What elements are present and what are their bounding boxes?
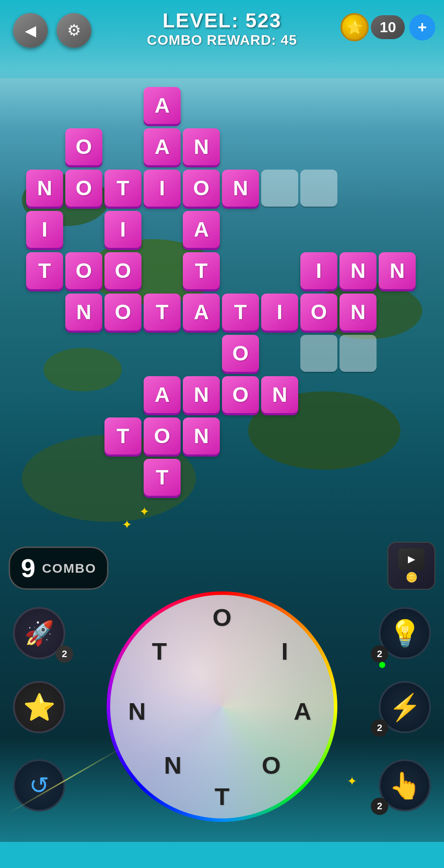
bulb-count-badge: 2 xyxy=(371,645,388,663)
wheel-letter-N-bottom-left[interactable]: N xyxy=(164,751,182,779)
tile-O-6-5: O xyxy=(222,335,259,372)
tile-I-3-0: I xyxy=(26,211,63,248)
coin-reward-icon: 🪙 xyxy=(406,572,417,583)
bottom-bar xyxy=(0,842,444,868)
tile-A-1-3: A xyxy=(144,128,181,165)
combo-number: 9 xyxy=(21,553,35,583)
tile-N-5-8: N xyxy=(340,294,377,331)
hand-count-badge: 2 xyxy=(371,798,388,815)
wheel-letter-O-bottom[interactable]: O xyxy=(262,751,281,779)
lightning-count-badge: 2 xyxy=(371,719,388,737)
tile-O-1-1: O xyxy=(65,128,102,165)
tile-N-4-8: N xyxy=(340,252,377,289)
tile-O-5-7: O xyxy=(300,294,337,331)
tile-N-7-6: N xyxy=(261,376,298,413)
game-container: LEVEL: 523 COMBO REWARD: 45 ⭐ 10 + A O A… xyxy=(0,0,444,868)
tile-N-5-1: N xyxy=(65,294,102,331)
level-info: LEVEL: 523 COMBO REWARD: 45 xyxy=(147,9,297,48)
tile-N-8-4: N xyxy=(183,417,220,454)
tile-O-4-2: O xyxy=(104,252,141,289)
bulb-icon: 💡 xyxy=(389,618,421,649)
tile-N-2-5: N xyxy=(222,170,259,207)
wheel-letter-T-left[interactable]: T xyxy=(152,637,167,665)
bulb-dot-indicator xyxy=(379,662,385,668)
tile-O-2-1: O xyxy=(65,170,102,207)
wheel-letter-T-bottom[interactable]: T xyxy=(215,782,229,810)
wheel-letter-A-right[interactable]: A xyxy=(294,697,311,725)
tile-N-1-4: N xyxy=(183,128,220,165)
tile-T-5-5: T xyxy=(222,294,259,331)
tile-N-2-0: N xyxy=(26,170,63,207)
tile-T-8-2: T xyxy=(104,417,141,454)
tile-T-4-4: T xyxy=(183,252,220,289)
tile-O-8-3: O xyxy=(144,417,181,454)
coins-display: ⭐ 10 + xyxy=(340,13,435,41)
star-icon: ⭐ xyxy=(23,692,56,723)
back-button[interactable] xyxy=(13,13,48,48)
tile-O-5-2: O xyxy=(104,294,141,331)
tile-T-2-2: T xyxy=(104,170,141,207)
tile-O-7-5: O xyxy=(222,376,259,413)
tile-empty-2-6 xyxy=(261,170,298,207)
combo-badge: 9 COMBO xyxy=(9,547,108,590)
sparkle-4: ✦ xyxy=(347,774,357,788)
letter-wheel[interactable]: O T I N A N O T xyxy=(110,595,334,818)
settings-button[interactable] xyxy=(57,13,91,48)
tile-A-0-3: A xyxy=(144,87,181,124)
rocket-count-badge: 2 xyxy=(56,645,73,663)
lightning-icon: ⚡ xyxy=(389,692,421,723)
tile-empty-2-7 xyxy=(300,170,337,207)
rocket-icon: 🚀 xyxy=(24,619,54,648)
tile-T-4-0: T xyxy=(26,252,63,289)
combo-reward-label: COMBO REWARD: 45 xyxy=(147,32,297,48)
tile-T-9-3: T xyxy=(144,459,181,496)
tile-O-2-4: O xyxy=(183,170,220,207)
tile-A-5-4: A xyxy=(183,294,220,331)
tile-A-7-3: A xyxy=(144,376,181,413)
tile-I-4-7: I xyxy=(300,252,337,289)
crossword-area: A O A N N O T I O N I I A T O O T I N N … xyxy=(0,78,444,535)
tile-I-2-3: I xyxy=(144,170,181,207)
level-title: LEVEL: 523 xyxy=(147,9,297,32)
wheel-letter-I-right[interactable]: I xyxy=(281,637,288,665)
tile-empty-6-8 xyxy=(340,335,377,372)
sparkle-1: ✦ xyxy=(122,517,132,532)
tile-N-7-4: N xyxy=(183,376,220,413)
coins-count: 10 xyxy=(380,19,396,36)
wheel-letter-O-top[interactable]: O xyxy=(212,603,232,631)
tile-N-4-9: N xyxy=(379,252,416,289)
tile-empty-6-7 xyxy=(300,335,337,372)
coin-icon: ⭐ xyxy=(340,13,369,41)
tile-I-3-2: I xyxy=(104,211,141,248)
hand-icon: 👆 xyxy=(389,770,421,801)
tile-T-5-3: T xyxy=(144,294,181,331)
sparkle-2: ✦ xyxy=(139,504,149,519)
coins-count-box: 10 xyxy=(371,15,405,39)
tile-O-4-1: O xyxy=(65,252,102,289)
top-bar: LEVEL: 523 COMBO REWARD: 45 ⭐ 10 + xyxy=(0,0,444,78)
star-button[interactable]: ⭐ xyxy=(13,681,65,733)
tile-I-5-6: I xyxy=(261,294,298,331)
letter-wheel-outer: O T I N A N O T xyxy=(107,591,337,822)
combo-label: COMBO xyxy=(42,561,96,576)
add-coins-button[interactable]: + xyxy=(409,14,435,40)
wheel-letter-N-left[interactable]: N xyxy=(128,697,145,725)
video-icon xyxy=(398,548,424,570)
tile-A-3-4: A xyxy=(183,211,220,248)
video-reward-button[interactable]: 🪙 xyxy=(387,542,435,590)
